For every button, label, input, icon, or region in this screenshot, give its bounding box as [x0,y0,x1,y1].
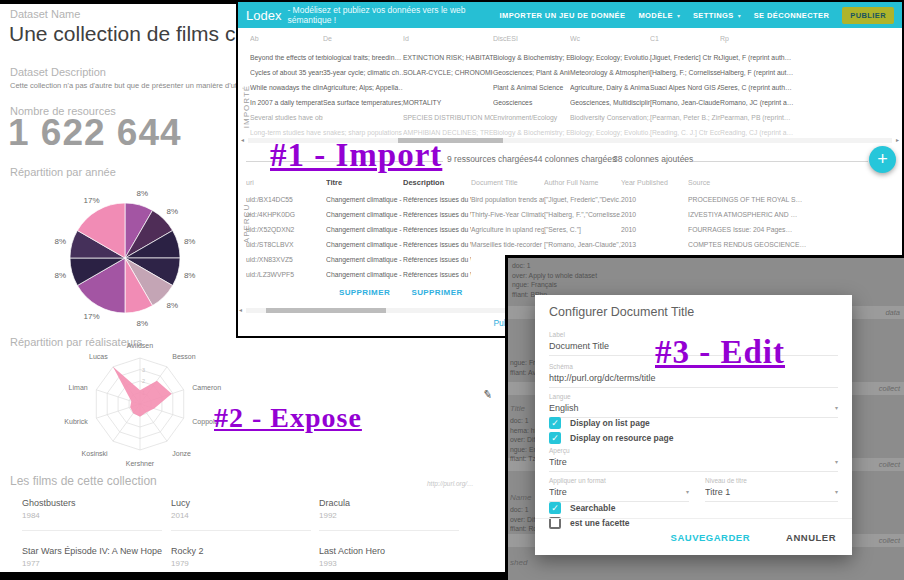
scheme-field-value[interactable]: http://purl.org/dc/terms/title [549,373,838,388]
backdrop-band-label: collect [879,536,900,545]
delete-title-column-button[interactable]: SUPPRIMER [326,288,403,297]
apercu-select[interactable]: Aperçu Titre ▾ [549,447,838,472]
apercu-cell: 2010 [621,192,688,207]
film-year: 1979 [171,559,319,568]
radar-axis-label: Lucas [89,353,108,360]
pie-slice-label: 8% [55,271,67,280]
status-divider-right [693,161,868,162]
apercu-cell: Changement climatique - Re… [326,207,403,222]
page-bottom-border [0,572,510,580]
radar-axis-label: Kershner [126,460,155,467]
radar-axis-label: Liman [69,384,88,391]
import-cell: In 2007 a daily temperatur… [250,95,323,110]
menu-settings[interactable]: SETTINGS [693,11,734,20]
apercu-cell: 2013 [621,237,688,252]
radar-tick-label: 2 [142,378,145,384]
app-menu: IMPORTER UN JEU DE DONNÉE MODÈLE ▾ SETTI… [500,7,894,24]
import-cell: MORTALITY [403,95,493,110]
apercu-column-header: Source [688,174,900,192]
annotation-expose: #2 - Expose [214,402,362,434]
import-table-row: Beyond the effects of temp…biological tr… [250,50,900,65]
scroll-left-icon[interactable]: ◂ [239,306,242,313]
display-resource-row: ✓ Display on resource page [549,432,673,444]
apercu-column-header: Year Published [621,174,688,192]
backdrop-band-label: data [885,308,900,317]
apercu-cell: Références issues du WoS [403,207,471,222]
apercu-cell: uid:/BX14DC55 [246,192,326,207]
film-divider [319,530,459,531]
backdrop-band-label: collect [879,384,900,393]
searchable-checkbox[interactable]: ✓ [549,502,561,514]
film-card[interactable]: Lucy2014 [171,498,319,546]
import-cell: Geosciences [493,95,570,110]
save-button[interactable]: SAUVEGARDER [671,532,750,543]
film-card[interactable]: Dracula1992 [319,498,497,546]
import-column-header: De [323,28,403,50]
title-level-value[interactable]: Titre 1 [705,487,838,502]
delete-description-column-button[interactable]: SUPPRIMER [403,288,471,297]
display-on-list-label: Display on list page [570,418,650,428]
status-resources: 9 ressources chargées [447,154,533,164]
import-cell [323,110,403,125]
apercu-cell: ["Romano, Jean-Claude","Lu… [544,237,621,252]
title-level-label: Niveau de titre [705,477,838,484]
menu-import-dataset[interactable]: IMPORTER UN JEU DE DONNÉE [500,11,626,20]
dialog-footer-divider [535,518,852,519]
menu-model[interactable]: MODÈLE [638,11,672,20]
import-cell: Halberg, F (reprint aut… [720,65,900,80]
apercu-cell: uid:/LZ3WVPF5 [246,267,326,282]
radar-axis-label: Kosinski [82,450,109,457]
apercu-cell: Références issues du WoS [403,237,471,252]
scroll-right-icon[interactable]: ▸ [896,136,899,143]
film-card[interactable]: Ghostbusters1984 [22,498,171,546]
apercu-cell: Changement climatique - Re… [326,267,403,282]
import-cell: EXTINCTION RISK; HABITAT M… [403,50,493,65]
import-cell: 35-year cycle; climatic ch… [323,65,403,80]
films-section-link[interactable]: http://purl.org/… [427,480,474,487]
apercu-cell: Références issues du WoS [403,252,471,267]
format-select-label: Appliquer un format [549,477,689,484]
apercu-hscroll-thumb[interactable] [266,308,386,313]
menu-logout[interactable]: SE DÉCONNECTER [754,11,830,20]
display-on-list-checkbox[interactable]: ✓ [549,417,561,429]
publish-button[interactable]: PUBLIER [842,7,894,24]
pie-slice-label: 8% [184,271,196,280]
import-cell: Romano, JC (reprint a… [720,95,900,110]
apercu-cell: 2010 [621,222,688,237]
lodex-logo[interactable]: Lodex [246,8,281,23]
apercu-cell: Changement climatique - Re… [326,237,403,252]
film-title: Ghostbusters [22,498,171,508]
film-year: 1984 [22,511,171,520]
radar-tick-label: 3 [142,367,145,373]
film-title: Rocky 2 [171,546,319,556]
format-select-value[interactable]: Titre [549,487,689,502]
apercu-column-header: uri [246,174,326,192]
chevron-down-icon: ▾ [677,12,680,19]
apercu-cell: FOURRAGES Issue: 204 Pages… [688,222,900,237]
status-columns-added: 38 colonnes ajoutées [613,154,693,164]
import-column-header: Rp [720,28,900,50]
apercu-cell: Marseilles tide-recorder s… [471,237,544,252]
scroll-left-icon[interactable]: ◂ [241,136,244,143]
import-cell: While nowadays the climati… [250,80,323,95]
apercu-select-value[interactable]: Titre [549,457,838,472]
apercu-select-label: Aperçu [549,447,838,454]
language-select-value[interactable]: English [549,403,838,418]
import-cell: Suaci Alpes Nord GIS Alpes… [650,80,720,95]
title-level-select[interactable]: Niveau de titre Titre 1 ▾ [705,477,838,502]
cancel-button[interactable]: ANNULER [786,532,836,543]
language-select[interactable]: Langue English ▾ [549,393,838,418]
import-cell: [Jiguet, Frederic] Ctr Rec… [650,50,720,65]
add-column-fab[interactable]: + [869,146,896,173]
apercu-table-row: uid:/BX14DC55Changement climatique - Re…… [246,192,900,207]
import-column-header: DiscESI [493,28,570,50]
format-select[interactable]: Appliquer un format Titre ▾ [549,477,689,502]
import-cell [403,80,493,95]
chevron-down-icon: ▾ [686,488,689,495]
import-cell: Agriculture, Dairy & Anima… [570,80,650,95]
apercu-cell: Changement climatique - Re… [326,192,403,207]
import-cell: [Romano, Jean-Claude; Lugr… [650,95,720,110]
dataset-name-label: Dataset Name [10,8,80,20]
edit-pencil-icon[interactable]: ✎ [482,387,493,401]
display-on-resource-checkbox[interactable]: ✓ [549,432,561,444]
